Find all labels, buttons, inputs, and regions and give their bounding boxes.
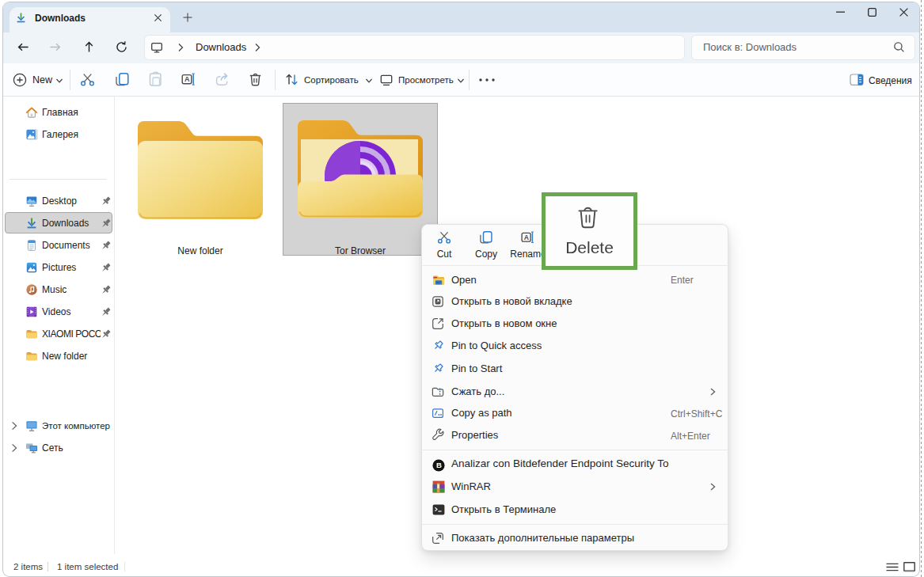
svg-text:B: B <box>436 461 442 469</box>
svg-text:A: A <box>524 233 529 241</box>
svg-text:A: A <box>184 75 190 83</box>
